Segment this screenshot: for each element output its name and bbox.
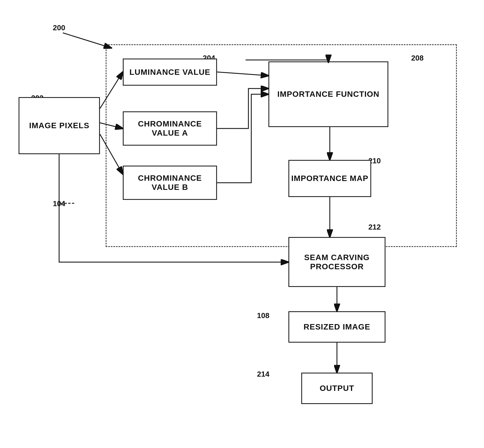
resized-image-label: RESIZED IMAGE <box>304 322 370 332</box>
chrominance-a-label: CHROMINANCEVALUE A <box>138 119 202 138</box>
label-212: 212 <box>368 223 381 232</box>
svg-line-1 <box>63 33 111 48</box>
seam-carving-label: SEAM CARVINGPROCESSOR <box>304 253 369 271</box>
importance-map-box: IMPORTANCE MAP <box>288 160 371 197</box>
chrominance-b-label: CHROMINANCEVALUE B <box>138 174 202 192</box>
luminance-value-label: LUMINANCE VALUE <box>129 68 210 77</box>
importance-function-box: IMPORTANCE FUNCTION <box>268 61 388 127</box>
image-pixels-box: IMAGE PIXELS <box>19 97 100 154</box>
diagram: 200 202 104 204 206 207 208 210 212 108 … <box>0 0 484 448</box>
image-pixels-label: IMAGE PIXELS <box>29 121 89 130</box>
output-box: OUTPUT <box>301 373 373 404</box>
luminance-value-box: LUMINANCE VALUE <box>123 59 217 86</box>
importance-map-label: IMPORTANCE MAP <box>291 174 368 183</box>
label-214: 214 <box>257 370 269 379</box>
importance-function-label: IMPORTANCE FUNCTION <box>277 90 379 99</box>
resized-image-box: RESIZED IMAGE <box>288 311 385 343</box>
output-label: OUTPUT <box>320 384 354 393</box>
label-200: 200 <box>53 23 65 32</box>
chrominance-a-box: CHROMINANCEVALUE A <box>123 111 217 146</box>
label-208: 208 <box>411 54 423 63</box>
seam-carving-box: SEAM CARVINGPROCESSOR <box>288 237 385 287</box>
label-104: 104 <box>53 199 65 208</box>
label-108: 108 <box>257 311 269 320</box>
chrominance-b-box: CHROMINANCEVALUE B <box>123 166 217 200</box>
